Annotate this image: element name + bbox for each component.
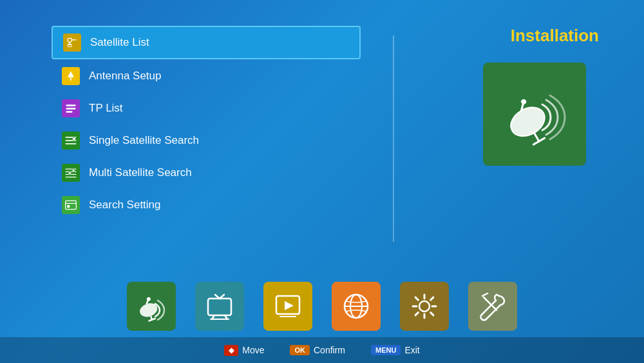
svg-line-28 xyxy=(533,138,544,144)
search-setting-icon xyxy=(62,196,80,214)
menu-label-multi-satellite-search: Multi Satellite Search xyxy=(89,166,192,179)
nav-btn-tools[interactable] xyxy=(468,282,517,331)
divider xyxy=(393,35,394,242)
satellite-list-icon xyxy=(63,34,81,52)
svg-point-19 xyxy=(68,172,71,174)
nav-btn-tv[interactable] xyxy=(195,282,244,331)
svg-rect-20 xyxy=(66,201,77,209)
menu-item-multi-satellite-search[interactable]: Multi Satellite Search xyxy=(52,157,361,188)
menu-label-satellite-list: Satellite List xyxy=(90,36,149,49)
svg-point-26 xyxy=(520,98,527,105)
antenna-icon xyxy=(62,67,80,85)
nav-btn-settings[interactable] xyxy=(400,282,449,331)
menu-item-satellite-list[interactable]: Satellite List xyxy=(52,26,361,59)
nav-btn-media[interactable] xyxy=(263,282,312,331)
svg-rect-7 xyxy=(66,104,76,106)
menu-label-search-setting: Search Setting xyxy=(89,199,161,211)
svg-point-47 xyxy=(419,301,430,311)
svg-marker-5 xyxy=(68,72,74,77)
svg-line-27 xyxy=(535,133,540,141)
svg-point-31 xyxy=(146,297,151,302)
exit-label: Exit xyxy=(404,345,419,355)
menu-item-tp-list[interactable]: TP List xyxy=(52,93,361,124)
menu-badge: MENU xyxy=(371,345,401,355)
confirm-label: Confirm xyxy=(314,345,345,355)
menu-label-antenna-setup: Antenna Setup xyxy=(89,70,161,83)
menu-label-tp-list: TP List xyxy=(89,102,123,115)
single-search-icon xyxy=(62,132,80,150)
svg-rect-9 xyxy=(66,111,73,113)
menu-item-single-satellite-search[interactable]: Single Satellite Search xyxy=(52,125,361,156)
menu-item-search-setting[interactable]: Search Setting xyxy=(52,190,361,221)
svg-marker-41 xyxy=(285,301,294,310)
feature-icon-box xyxy=(483,63,586,166)
ok-badge: OK xyxy=(290,345,310,355)
svg-line-49 xyxy=(482,293,488,296)
menu-label-single-satellite-search: Single Satellite Search xyxy=(89,134,199,147)
move-badge: ◆ xyxy=(224,345,238,356)
nav-btn-installation[interactable] xyxy=(127,282,176,331)
svg-rect-34 xyxy=(208,299,231,315)
svg-rect-22 xyxy=(67,205,70,208)
svg-rect-0 xyxy=(68,38,71,42)
tp-list-icon xyxy=(62,99,80,117)
nav-btn-network[interactable] xyxy=(332,282,381,331)
status-ok-confirm: OK Confirm xyxy=(290,345,345,355)
status-bar: ◆ Move OK Confirm MENU Exit xyxy=(0,337,644,363)
multi-search-icon xyxy=(62,164,80,182)
svg-point-13 xyxy=(73,137,76,141)
status-move: ◆ Move xyxy=(224,345,264,356)
move-label: Move xyxy=(242,345,264,355)
svg-point-18 xyxy=(72,169,75,172)
menu-item-antenna-setup[interactable]: Antenna Setup xyxy=(52,61,361,92)
section-title: Installation xyxy=(511,26,605,46)
bottom-nav xyxy=(0,282,644,331)
left-panel: Satellite List Antenna Setup xyxy=(52,26,438,324)
right-panel: Installation xyxy=(464,26,605,324)
menu-list: Satellite List Antenna Setup xyxy=(52,26,361,221)
status-menu-exit: MENU Exit xyxy=(371,345,420,355)
svg-rect-8 xyxy=(66,108,76,110)
